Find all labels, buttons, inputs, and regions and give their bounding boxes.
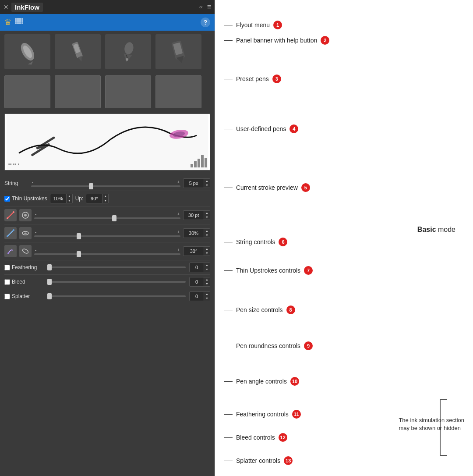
pen-size-slider-wrap: - + — [34, 212, 180, 219]
feathering-spin-down[interactable]: ▼ — [204, 267, 210, 272]
annot-line-11 — [224, 414, 233, 415]
pen-roundness-slider[interactable] — [34, 235, 180, 237]
bleed-spin-down[interactable]: ▼ — [204, 282, 210, 286]
bleed-checkbox[interactable] — [4, 279, 10, 285]
string-slider-wrap: - + — [31, 180, 180, 187]
annot-line-13 — [224, 461, 233, 461]
user-pen-3[interactable] — [105, 75, 151, 108]
basic-mode-bold: Basic — [417, 226, 436, 233]
pen-angle-slider-wrap: - + — [34, 248, 180, 255]
thin-upstrokes-spin-down[interactable]: ▼ — [67, 199, 72, 203]
annot-feathering: Feathering controls 11 — [224, 410, 301, 419]
annot-line-7 — [224, 270, 233, 271]
pen-angle-scatter-icon[interactable] — [4, 245, 17, 257]
bleed-label: Bleed — [12, 279, 25, 285]
pen-size-spin-up[interactable]: ▲ — [204, 211, 210, 215]
pen-size-scatter-icon[interactable] — [4, 209, 17, 221]
annot-line-1 — [224, 25, 233, 25]
feathering-slider[interactable] — [47, 266, 186, 268]
flyout-menu-icon[interactable]: ≡ — [207, 3, 211, 11]
user-pen-4[interactable] — [155, 75, 201, 108]
splatter-label: Splatter — [12, 293, 30, 299]
splatter-spin-up[interactable]: ▲ — [204, 292, 210, 296]
annot-badge-12: 12 — [279, 433, 287, 442]
splatter-checkbox[interactable] — [4, 294, 10, 299]
preset-pen-4[interactable] — [155, 34, 201, 69]
feathering-label: Feathering — [12, 264, 37, 270]
pen-roundness-scatter-icon[interactable] — [4, 227, 17, 239]
annot-text-feathering: Feathering controls — [236, 411, 289, 418]
annot-badge-11: 11 — [292, 410, 301, 419]
thin-upstrokes-checkbox-label[interactable]: Thin Upstrokes — [4, 195, 47, 202]
pen-angle-spin-up[interactable]: ▲ — [204, 247, 210, 251]
string-slider[interactable] — [31, 185, 180, 187]
preset-pen-3[interactable] — [105, 34, 151, 69]
pen-roundness-spinners[interactable]: ▲ ▼ — [204, 229, 210, 238]
pen-angle-spin-down[interactable]: ▼ — [204, 251, 210, 256]
feathering-checkbox[interactable] — [4, 265, 10, 270]
pen-size-slider[interactable] — [34, 217, 180, 219]
splatter-spin-down[interactable]: ▼ — [204, 296, 210, 301]
pen-size-spinners[interactable]: ▲ ▼ — [204, 211, 210, 220]
stroke-preview-svg — [5, 114, 210, 170]
pen-angle-spinners[interactable]: ▲ ▼ — [204, 247, 210, 256]
pen-size-circle-icon[interactable] — [19, 209, 32, 221]
annot-line-10 — [224, 381, 233, 382]
thin-upstrokes-deg-down[interactable]: ▼ — [102, 199, 108, 203]
thin-upstrokes-deg-spinners[interactable]: ▲ ▼ — [102, 194, 108, 203]
bleed-spinners[interactable]: ▲ ▼ — [204, 277, 210, 286]
splatter-row: Splatter 0 ▲ ▼ — [4, 289, 210, 303]
user-pen-2[interactable] — [55, 75, 101, 108]
thin-upstrokes-spin-up[interactable]: ▲ — [67, 194, 72, 199]
splatter-slider[interactable] — [47, 295, 186, 297]
annot-text-thin: Thin Upstrokes controls — [236, 267, 300, 274]
annot-bleed: Bleed controls 12 — [224, 433, 287, 442]
thin-upstrokes-deg-up[interactable]: ▲ — [102, 194, 108, 199]
preset-pen-2[interactable] — [55, 34, 101, 69]
feathering-spinners[interactable]: ▲ ▼ — [204, 263, 210, 272]
feathering-value-box: 0 ▲ ▼ — [189, 263, 210, 272]
annot-text-size: Pen size controls — [236, 306, 283, 313]
splatter-spinners[interactable]: ▲ ▼ — [204, 292, 210, 301]
preset-pen-4-svg — [163, 39, 194, 65]
bleed-spin-up[interactable]: ▲ — [204, 277, 210, 282]
string-value: 5 px — [184, 181, 204, 186]
string-spin-down[interactable]: ▼ — [204, 183, 210, 188]
pen-roundness-spin-down[interactable]: ▼ — [204, 233, 210, 238]
annot-line-5 — [224, 188, 233, 188]
pen-roundness-spin-up[interactable]: ▲ — [204, 229, 210, 233]
pen-size-spin-down[interactable]: ▼ — [204, 215, 210, 220]
user-pen-1[interactable] — [4, 75, 50, 108]
close-icon[interactable]: ✕ — [4, 4, 9, 11]
bleed-row: Bleed 0 ▲ ▼ — [4, 275, 210, 289]
annotations-area: Flyout menu 1 Panel banner with help but… — [215, 0, 473, 476]
splatter-checkbox-label[interactable]: Splatter — [4, 293, 44, 299]
feathering-checkbox-label[interactable]: Feathering — [4, 264, 44, 270]
preset-pen-1-svg — [12, 39, 43, 65]
banner-grid — [15, 18, 24, 27]
annot-badge-1: 1 — [273, 21, 282, 29]
pen-angle-shape-icon[interactable] — [19, 245, 32, 257]
string-spinners[interactable]: ▲ ▼ — [204, 179, 210, 188]
collapse-icon[interactable]: ‹‹ — [199, 4, 203, 10]
basic-mode-suffix: mode — [436, 226, 455, 233]
preset-pen-2-svg — [63, 39, 93, 65]
annot-line-12 — [224, 437, 233, 438]
preset-pens-row — [0, 31, 215, 73]
pen-roundness-oval-icon[interactable] — [19, 227, 32, 239]
bleed-slider[interactable] — [47, 281, 186, 283]
preset-pen-1[interactable] — [4, 34, 50, 69]
annot-text-user: User-defined pens — [236, 125, 286, 132]
feathering-spin-up[interactable]: ▲ — [204, 263, 210, 267]
annot-text-preset: Preset pens — [236, 75, 269, 82]
annot-badge-10: 10 — [290, 377, 299, 386]
help-button[interactable]: ? — [201, 18, 210, 27]
annot-line-3 — [224, 79, 233, 79]
bleed-checkbox-label[interactable]: Bleed — [4, 279, 44, 285]
thin-upstrokes-spinners[interactable]: ▲ ▼ — [66, 194, 72, 203]
pen-angle-slider[interactable] — [34, 253, 180, 255]
string-spin-up[interactable]: ▲ — [204, 179, 210, 183]
svg-point-17 — [13, 211, 14, 213]
thin-upstrokes-checkbox[interactable] — [4, 196, 10, 202]
annot-badge-3: 3 — [272, 75, 281, 83]
